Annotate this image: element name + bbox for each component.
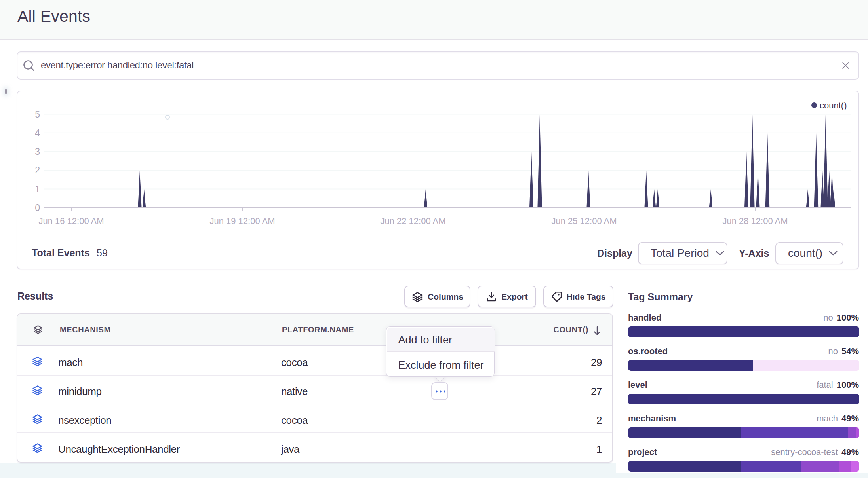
svg-text:Jun 28 12:00 AM: Jun 28 12:00 AM [722,216,788,226]
svg-text:0: 0 [35,203,40,213]
svg-text:Jun 19 12:00 AM: Jun 19 12:00 AM [209,216,275,226]
svg-text:4: 4 [35,128,40,138]
svg-text:Jun 25 12:00 AM: Jun 25 12:00 AM [551,216,617,226]
svg-text:5: 5 [35,109,40,120]
svg-text:count(): count() [820,101,847,110]
svg-text:3: 3 [35,146,40,157]
svg-text:Jun 22 12:00 AM: Jun 22 12:00 AM [380,216,445,226]
svg-text:Jun 16 12:00 AM: Jun 16 12:00 AM [38,216,104,226]
svg-text:2: 2 [35,165,40,175]
svg-text:1: 1 [35,184,40,194]
